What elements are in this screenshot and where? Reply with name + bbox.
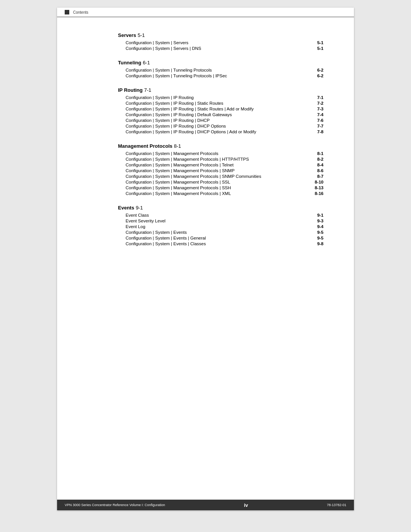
main-content: Servers5-1Configuration | System | Serve… <box>57 17 354 278</box>
entry-text: Event Log <box>126 224 315 229</box>
entry-text: Configuration | System | Management Prot… <box>126 174 315 179</box>
entry-page: 7-2 <box>317 101 323 105</box>
entry-page: 8-4 <box>317 163 323 167</box>
section-title-tunneling: Tunneling6-1 <box>118 60 323 66</box>
section-title-events: Events9-1 <box>118 205 323 211</box>
section-ip-routing: IP Routing7-1Configuration | System | IP… <box>118 87 323 134</box>
entry-events-2: Event Log9-4 <box>118 224 323 229</box>
entry-management-protocols-4: Configuration | System | Management Prot… <box>118 174 323 179</box>
entry-events-4: Configuration | System | Events | Genera… <box>118 236 323 240</box>
entry-servers-0: Configuration | System | Servers5-1 <box>118 40 323 45</box>
entry-text: Configuration | System | Management Prot… <box>126 180 312 184</box>
entry-page: 9-5 <box>317 230 323 235</box>
section-title-management-protocols: Management Protocols8-1 <box>118 143 323 149</box>
entry-page: 7-1 <box>317 95 323 100</box>
entry-page: 8-10 <box>315 180 323 184</box>
entry-text: Configuration | System | Events | Classe… <box>126 241 315 246</box>
entry-text: Configuration | System | Management Prot… <box>126 151 315 156</box>
entry-events-0: Event Class9-1 <box>118 213 323 217</box>
entry-page: 7-8 <box>317 129 323 134</box>
entry-page: 9-1 <box>317 213 323 217</box>
section-page-num: 9-1 <box>136 205 143 211</box>
entry-text: Configuration | System | Servers | DNS <box>126 46 315 51</box>
section-page-num: 7-1 <box>144 87 151 93</box>
entry-page: 9-3 <box>317 219 323 223</box>
entry-page: 6-2 <box>317 68 323 72</box>
entry-page: 7-6 <box>317 118 323 123</box>
entry-management-protocols-3: Configuration | System | Management Prot… <box>118 168 323 173</box>
entry-page: 8-6 <box>317 168 323 173</box>
section-tunneling: Tunneling6-1Configuration | System | Tun… <box>118 60 323 78</box>
entry-text: Configuration | System | Management Prot… <box>126 157 315 161</box>
entry-ip-routing-4: Configuration | System | IP Routing | DH… <box>118 118 323 123</box>
entry-servers-1: Configuration | System | Servers | DNS5-… <box>118 46 323 51</box>
footer-title: VPN 3000 Series Concentrator Reference V… <box>65 503 165 507</box>
entry-ip-routing-6: Configuration | System | IP Routing | DH… <box>118 129 323 134</box>
entry-text: Configuration | System | Events <box>126 230 315 235</box>
entry-text: Configuration | System | IP Routing | DH… <box>126 129 315 134</box>
entry-page: 7-7 <box>317 124 323 128</box>
entry-management-protocols-1: Configuration | System | Management Prot… <box>118 157 323 161</box>
entry-text: Configuration | System | Tunneling Proto… <box>126 68 315 72</box>
entry-page: 7-4 <box>317 112 323 117</box>
section-page-num: 5-1 <box>138 32 145 38</box>
footer-page-label: iv <box>165 502 327 508</box>
entry-text: Configuration | System | Servers <box>126 40 315 45</box>
entry-text: Configuration | System | Tunneling Proto… <box>126 73 315 78</box>
entry-text: Event Class <box>126 213 315 217</box>
section-events: Events9-1Event Class9-1Event Severity Le… <box>118 205 323 246</box>
entry-text: Configuration | System | IP Routing | St… <box>126 101 315 105</box>
entry-ip-routing-5: Configuration | System | IP Routing | DH… <box>118 124 323 128</box>
section-page-num: 6-1 <box>143 60 150 66</box>
entry-management-protocols-2: Configuration | System | Management Prot… <box>118 163 323 167</box>
entry-management-protocols-6: Configuration | System | Management Prot… <box>118 185 323 190</box>
section-title-servers: Servers5-1 <box>118 32 323 38</box>
entry-management-protocols-5: Configuration | System | Management Prot… <box>118 180 323 184</box>
entry-page: 9-5 <box>317 236 323 240</box>
entry-page: 9-8 <box>317 241 323 246</box>
entry-page: 8-13 <box>315 185 323 190</box>
entry-text: Configuration | System | IP Routing | DH… <box>126 124 315 128</box>
entry-text: Event Severity Level <box>126 219 315 223</box>
entry-ip-routing-2: Configuration | System | IP Routing | St… <box>118 107 323 111</box>
section-page-num: 8-1 <box>174 143 181 149</box>
entry-page: 8-2 <box>317 157 323 161</box>
bottom-bar: VPN 3000 Series Concentrator Reference V… <box>57 500 354 510</box>
entry-page: 9-4 <box>317 224 323 229</box>
entry-ip-routing-0: Configuration | System | IP Routing7-1 <box>118 95 323 100</box>
entry-text: Configuration | System | Management Prot… <box>126 163 315 167</box>
entry-page: 6-2 <box>317 73 323 78</box>
entry-page: 8-1 <box>317 151 323 156</box>
entry-management-protocols-7: Configuration | System | Management Prot… <box>118 191 323 196</box>
entry-ip-routing-1: Configuration | System | IP Routing | St… <box>118 101 323 105</box>
entry-text: Configuration | System | Management Prot… <box>126 191 312 196</box>
entry-tunneling-1: Configuration | System | Tunneling Proto… <box>118 73 323 78</box>
entry-tunneling-0: Configuration | System | Tunneling Proto… <box>118 68 323 72</box>
entry-text: Configuration | System | Events | Genera… <box>126 236 315 240</box>
footer-doc-number: 78-13782-01 <box>327 503 346 507</box>
entry-text: Configuration | System | Management Prot… <box>126 185 312 190</box>
top-bar: Contents <box>57 8 354 17</box>
entry-text: Configuration | System | IP Routing <box>126 95 315 100</box>
entry-page: 5-1 <box>317 46 323 51</box>
entry-events-1: Event Severity Level9-3 <box>118 219 323 223</box>
entry-ip-routing-3: Configuration | System | IP Routing | De… <box>118 112 323 117</box>
page: Contents Servers5-1Configuration | Syste… <box>57 8 354 510</box>
entry-page: 8-7 <box>317 174 323 179</box>
entry-events-5: Configuration | System | Events | Classe… <box>118 241 323 246</box>
entry-text: Configuration | System | Management Prot… <box>126 168 315 173</box>
entry-page: 7-3 <box>317 107 323 111</box>
entry-management-protocols-0: Configuration | System | Management Prot… <box>118 151 323 156</box>
top-bar-square <box>65 10 69 14</box>
entry-text: Configuration | System | IP Routing | De… <box>126 112 315 117</box>
entry-text: Configuration | System | IP Routing | St… <box>126 107 315 111</box>
entry-text: Configuration | System | IP Routing | DH… <box>126 118 315 123</box>
section-management-protocols: Management Protocols8-1Configuration | S… <box>118 143 323 196</box>
entry-events-3: Configuration | System | Events9-5 <box>118 230 323 235</box>
top-bar-label: Contents <box>73 10 88 14</box>
entry-page: 5-1 <box>317 40 323 45</box>
section-servers: Servers5-1Configuration | System | Serve… <box>118 32 323 51</box>
entry-page: 8-16 <box>315 191 323 196</box>
section-title-ip-routing: IP Routing7-1 <box>118 87 323 93</box>
